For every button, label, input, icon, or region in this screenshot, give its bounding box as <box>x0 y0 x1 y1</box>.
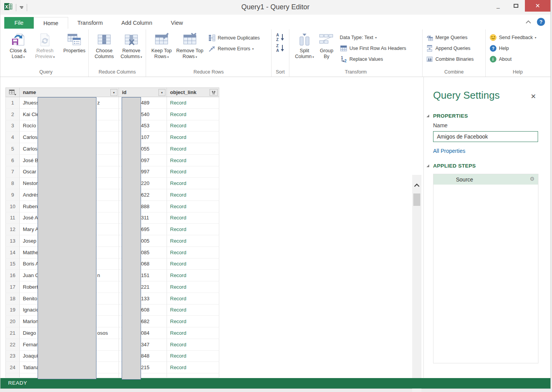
expand-column-button[interactable] <box>210 89 218 96</box>
keep-top-rows-button[interactable]: Keep Top Rows▾ <box>150 33 174 60</box>
record-link[interactable]: Record <box>167 178 219 189</box>
applied-step-source[interactable]: Source ⚙ <box>433 174 538 185</box>
record-link[interactable]: Record <box>167 351 219 362</box>
append-queries-button[interactable]: Append Queries <box>426 43 474 54</box>
sort-ascending-button[interactable]: A Z <box>275 32 286 43</box>
column-header-id[interactable]: id ▼ <box>119 87 167 97</box>
record-link[interactable]: Record <box>167 201 219 212</box>
row-number[interactable]: 21 <box>5 327 20 339</box>
minimize-button[interactable]: – <box>489 0 507 12</box>
combine-binaries-button[interactable]: Combine Binaries <box>426 54 474 65</box>
row-number[interactable]: 14 <box>5 247 20 258</box>
row-number[interactable]: 4 <box>5 132 20 143</box>
tab-view[interactable]: View <box>162 17 192 29</box>
row-number[interactable]: 6 <box>5 155 20 166</box>
row-number[interactable]: 17 <box>5 281 20 293</box>
remove-top-rows-button[interactable]: Remove Top Rows▾ <box>176 33 204 60</box>
split-column-button[interactable]: Split Column▾ <box>294 33 315 60</box>
record-link[interactable]: Record <box>167 305 219 316</box>
group-by-button[interactable]: Group By <box>318 33 335 60</box>
row-number[interactable]: 11 <box>5 212 20 224</box>
help-button[interactable]: ? Help <box>489 43 537 54</box>
row-number[interactable]: 22 <box>5 339 20 351</box>
collapse-triangle-icon[interactable] <box>426 114 430 118</box>
remove-columns-button[interactable]: Remove Columns▾ <box>119 33 144 60</box>
collapse-triangle-icon[interactable] <box>426 164 430 168</box>
record-link[interactable]: Record <box>167 212 219 224</box>
row-number[interactable]: 1 <box>5 97 20 109</box>
record-link[interactable]: Record <box>167 189 219 201</box>
data-type-button[interactable]: Data Type: Text ▾ <box>340 32 406 43</box>
record-link[interactable]: Record <box>167 224 219 235</box>
scrollbar-thumb[interactable] <box>413 193 420 206</box>
gear-icon[interactable]: ⚙ <box>530 176 535 182</box>
record-link[interactable]: Record <box>167 293 219 305</box>
name-filter-button[interactable]: ▼ <box>110 89 117 96</box>
column-header-name[interactable]: name ▼ <box>20 87 119 97</box>
select-all-corner-button[interactable] <box>5 87 20 97</box>
all-properties-link[interactable]: All Properties <box>433 148 465 154</box>
record-link[interactable]: Record <box>167 132 219 143</box>
close-and-load-button[interactable]: Close & Load▾ <box>6 33 30 60</box>
sort-descending-button[interactable]: Z A <box>275 43 286 53</box>
record-link[interactable]: Record <box>167 327 219 339</box>
remove-duplicates-button[interactable]: Remove Duplicates <box>208 33 260 43</box>
tab-file[interactable]: File <box>4 17 34 29</box>
about-button[interactable]: i About <box>489 54 537 65</box>
use-first-row-as-headers-icon <box>340 45 347 52</box>
tab-add-column[interactable]: Add Column <box>112 17 162 29</box>
properties-heading[interactable]: PROPERTIES <box>433 113 468 119</box>
row-number[interactable]: 16 <box>5 270 20 281</box>
row-number[interactable]: 3 <box>5 120 20 132</box>
row-number[interactable]: 8 <box>5 178 20 189</box>
row-number[interactable]: 20 <box>5 316 20 327</box>
row-number[interactable]: 23 <box>5 351 20 362</box>
record-link[interactable]: Record <box>167 97 219 109</box>
record-link[interactable]: Record <box>167 235 219 247</box>
applied-steps-heading[interactable]: APPLIED STEPS <box>433 163 476 169</box>
row-number[interactable]: 9 <box>5 189 20 201</box>
panel-close-icon[interactable]: ✕ <box>531 92 536 101</box>
properties-button[interactable]: Properties <box>60 33 89 54</box>
record-link[interactable]: Record <box>167 155 219 166</box>
record-link[interactable]: Record <box>167 362 219 373</box>
close-button[interactable]: ✕ <box>525 0 550 12</box>
query-name-input[interactable]: Amigos de Facebook <box>433 131 538 142</box>
record-link[interactable]: Record <box>167 120 219 132</box>
send-feedback-button[interactable]: Send Feedback ▾ <box>489 32 537 43</box>
record-link[interactable]: Record <box>167 339 219 351</box>
properties-label: Properties <box>64 48 86 53</box>
row-number[interactable]: 19 <box>5 305 20 316</box>
remove-errors-button[interactable]: Remove Errors ▾ <box>208 43 260 54</box>
row-number[interactable]: 2 <box>5 109 20 120</box>
record-link[interactable]: Record <box>167 281 219 293</box>
record-link[interactable]: Record <box>167 316 219 327</box>
column-header-object-link[interactable]: object_link <box>167 87 219 97</box>
row-number[interactable]: 5 <box>5 143 20 155</box>
collapse-ribbon-icon[interactable] <box>525 19 531 26</box>
row-number[interactable]: 12 <box>5 224 20 235</box>
row-number[interactable]: 7 <box>5 166 20 178</box>
choose-columns-button[interactable]: Choose Columns <box>92 33 116 60</box>
record-link[interactable]: Record <box>167 166 219 178</box>
tab-home[interactable]: Home <box>34 17 68 29</box>
use-first-row-as-headers-button[interactable]: Use First Row As Headers <box>340 43 406 54</box>
row-number[interactable]: 13 <box>5 235 20 247</box>
scroll-up-icon[interactable] <box>412 182 421 189</box>
tab-transform[interactable]: Transform <box>68 17 112 29</box>
row-number[interactable]: 18 <box>5 293 20 305</box>
row-number[interactable]: 24 <box>5 362 20 373</box>
ribbon-help-button[interactable]: ? <box>537 18 545 26</box>
id-filter-button[interactable]: ▼ <box>158 89 165 96</box>
row-number[interactable]: 10 <box>5 201 20 212</box>
record-link[interactable]: Record <box>167 258 219 270</box>
merge-queries-button[interactable]: Merge Queries <box>426 32 474 43</box>
record-link[interactable]: Record <box>167 270 219 281</box>
maximize-button[interactable] <box>507 0 525 12</box>
row-number[interactable]: 15 <box>5 258 20 270</box>
record-link[interactable]: Record <box>167 247 219 258</box>
record-link[interactable]: Record <box>167 109 219 120</box>
vertical-scrollbar[interactable] <box>412 175 421 392</box>
replace-values-button[interactable]: 1 2 Replace Values <box>340 54 406 65</box>
record-link[interactable]: Record <box>167 143 219 155</box>
